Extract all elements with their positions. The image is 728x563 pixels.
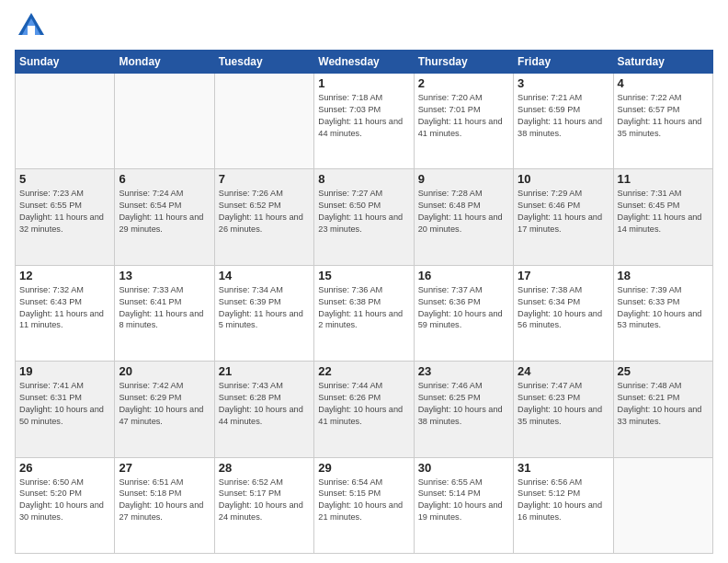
day-info: Sunrise: 7:48 AM Sunset: 6:21 PM Dayligh… xyxy=(618,380,709,428)
calendar-cell: 24Sunrise: 7:47 AM Sunset: 6:23 PM Dayli… xyxy=(514,362,613,457)
day-info: Sunrise: 6:54 AM Sunset: 5:15 PM Dayligh… xyxy=(318,477,409,524)
calendar-cell: 14Sunrise: 7:34 AM Sunset: 6:39 PM Dayli… xyxy=(214,265,313,361)
day-number: 24 xyxy=(518,364,609,378)
calendar-cell: 7Sunrise: 7:26 AM Sunset: 6:52 PM Daylig… xyxy=(214,169,313,265)
calendar-cell: 9Sunrise: 7:28 AM Sunset: 6:48 PM Daylig… xyxy=(414,169,513,265)
day-info: Sunrise: 7:22 AM Sunset: 6:57 PM Dayligh… xyxy=(618,92,709,140)
logo-icon xyxy=(15,9,48,42)
day-info: Sunrise: 7:47 AM Sunset: 6:23 PM Dayligh… xyxy=(518,380,609,428)
calendar-cell: 13Sunrise: 7:33 AM Sunset: 6:41 PM Dayli… xyxy=(115,265,214,361)
page: SundayMondayTuesdayWednesdayThursdayFrid… xyxy=(0,0,728,563)
day-number: 11 xyxy=(618,172,709,186)
day-number: 3 xyxy=(518,76,609,90)
calendar-cell: 2Sunrise: 7:20 AM Sunset: 7:01 PM Daylig… xyxy=(414,74,513,169)
calendar-cell: 3Sunrise: 7:21 AM Sunset: 6:59 PM Daylig… xyxy=(514,74,613,169)
logo xyxy=(15,9,48,42)
day-number: 18 xyxy=(618,269,709,282)
calendar-cell: 29Sunrise: 6:54 AM Sunset: 5:15 PM Dayli… xyxy=(314,457,414,553)
day-number: 19 xyxy=(19,364,110,378)
day-info: Sunrise: 7:26 AM Sunset: 6:52 PM Dayligh… xyxy=(219,188,310,236)
day-number: 10 xyxy=(518,172,609,186)
calendar-cell: 6Sunrise: 7:24 AM Sunset: 6:54 PM Daylig… xyxy=(115,169,214,265)
day-info: Sunrise: 7:34 AM Sunset: 6:39 PM Dayligh… xyxy=(219,284,310,332)
day-info: Sunrise: 6:51 AM Sunset: 5:18 PM Dayligh… xyxy=(119,477,210,524)
calendar-header-row: SundayMondayTuesdayWednesdayThursdayFrid… xyxy=(16,51,713,74)
day-number: 5 xyxy=(19,172,110,186)
calendar-header-sunday: Sunday xyxy=(16,51,115,74)
calendar-cell: 15Sunrise: 7:36 AM Sunset: 6:38 PM Dayli… xyxy=(314,265,414,361)
day-info: Sunrise: 7:38 AM Sunset: 6:34 PM Dayligh… xyxy=(518,284,609,332)
day-info: Sunrise: 7:23 AM Sunset: 6:55 PM Dayligh… xyxy=(19,188,110,236)
day-number: 2 xyxy=(418,76,509,90)
header xyxy=(15,9,713,42)
calendar-header-thursday: Thursday xyxy=(414,51,513,74)
calendar-week-row: 1Sunrise: 7:18 AM Sunset: 7:03 PM Daylig… xyxy=(16,74,713,169)
day-info: Sunrise: 7:36 AM Sunset: 6:38 PM Dayligh… xyxy=(318,284,409,332)
day-info: Sunrise: 6:56 AM Sunset: 5:12 PM Dayligh… xyxy=(518,477,609,524)
calendar-cell: 22Sunrise: 7:44 AM Sunset: 6:26 PM Dayli… xyxy=(314,362,414,457)
day-info: Sunrise: 7:28 AM Sunset: 6:48 PM Dayligh… xyxy=(418,188,509,236)
calendar-cell xyxy=(613,457,712,553)
calendar-cell xyxy=(115,74,214,169)
day-info: Sunrise: 7:32 AM Sunset: 6:43 PM Dayligh… xyxy=(19,284,110,332)
day-number: 27 xyxy=(119,461,210,475)
calendar-cell: 10Sunrise: 7:29 AM Sunset: 6:46 PM Dayli… xyxy=(514,169,613,265)
day-info: Sunrise: 6:55 AM Sunset: 5:14 PM Dayligh… xyxy=(418,477,509,524)
day-number: 13 xyxy=(119,269,210,282)
calendar-cell: 31Sunrise: 6:56 AM Sunset: 5:12 PM Dayli… xyxy=(514,457,613,553)
day-info: Sunrise: 6:50 AM Sunset: 5:20 PM Dayligh… xyxy=(19,477,110,524)
calendar-cell: 17Sunrise: 7:38 AM Sunset: 6:34 PM Dayli… xyxy=(514,265,613,361)
calendar-week-row: 5Sunrise: 7:23 AM Sunset: 6:55 PM Daylig… xyxy=(16,169,713,265)
calendar-cell: 30Sunrise: 6:55 AM Sunset: 5:14 PM Dayli… xyxy=(414,457,513,553)
calendar-cell: 21Sunrise: 7:43 AM Sunset: 6:28 PM Dayli… xyxy=(214,362,313,457)
day-info: Sunrise: 7:41 AM Sunset: 6:31 PM Dayligh… xyxy=(19,380,110,428)
day-number: 17 xyxy=(518,269,609,282)
calendar-cell: 5Sunrise: 7:23 AM Sunset: 6:55 PM Daylig… xyxy=(16,169,115,265)
day-number: 20 xyxy=(119,364,210,378)
day-info: Sunrise: 6:52 AM Sunset: 5:17 PM Dayligh… xyxy=(219,477,310,524)
day-number: 30 xyxy=(418,461,509,475)
day-info: Sunrise: 7:46 AM Sunset: 6:25 PM Dayligh… xyxy=(418,380,509,428)
day-number: 26 xyxy=(19,461,110,475)
day-number: 21 xyxy=(219,364,310,378)
calendar-cell: 12Sunrise: 7:32 AM Sunset: 6:43 PM Dayli… xyxy=(16,265,115,361)
calendar-cell: 1Sunrise: 7:18 AM Sunset: 7:03 PM Daylig… xyxy=(314,74,414,169)
day-info: Sunrise: 7:42 AM Sunset: 6:29 PM Dayligh… xyxy=(119,380,210,428)
calendar-cell: 18Sunrise: 7:39 AM Sunset: 6:33 PM Dayli… xyxy=(613,265,712,361)
day-info: Sunrise: 7:18 AM Sunset: 7:03 PM Dayligh… xyxy=(318,92,409,140)
calendar-week-row: 26Sunrise: 6:50 AM Sunset: 5:20 PM Dayli… xyxy=(16,457,713,553)
day-info: Sunrise: 7:43 AM Sunset: 6:28 PM Dayligh… xyxy=(219,380,310,428)
calendar-cell: 26Sunrise: 6:50 AM Sunset: 5:20 PM Dayli… xyxy=(16,457,115,553)
day-number: 1 xyxy=(318,76,409,90)
calendar-header-tuesday: Tuesday xyxy=(214,51,313,74)
calendar-header-monday: Monday xyxy=(115,51,214,74)
calendar-table: SundayMondayTuesdayWednesdayThursdayFrid… xyxy=(15,50,713,554)
day-info: Sunrise: 7:37 AM Sunset: 6:36 PM Dayligh… xyxy=(418,284,509,332)
calendar-cell: 25Sunrise: 7:48 AM Sunset: 6:21 PM Dayli… xyxy=(613,362,712,457)
calendar-cell: 27Sunrise: 6:51 AM Sunset: 5:18 PM Dayli… xyxy=(115,457,214,553)
calendar-week-row: 19Sunrise: 7:41 AM Sunset: 6:31 PM Dayli… xyxy=(16,362,713,457)
calendar-cell: 16Sunrise: 7:37 AM Sunset: 6:36 PM Dayli… xyxy=(414,265,513,361)
day-info: Sunrise: 7:21 AM Sunset: 6:59 PM Dayligh… xyxy=(518,92,609,140)
calendar-cell: 23Sunrise: 7:46 AM Sunset: 6:25 PM Dayli… xyxy=(414,362,513,457)
calendar-week-row: 12Sunrise: 7:32 AM Sunset: 6:43 PM Dayli… xyxy=(16,265,713,361)
calendar-cell: 20Sunrise: 7:42 AM Sunset: 6:29 PM Dayli… xyxy=(115,362,214,457)
day-number: 8 xyxy=(318,172,409,186)
day-number: 16 xyxy=(418,269,509,282)
day-number: 9 xyxy=(418,172,509,186)
day-number: 23 xyxy=(418,364,509,378)
day-info: Sunrise: 7:27 AM Sunset: 6:50 PM Dayligh… xyxy=(318,188,409,236)
calendar-cell: 8Sunrise: 7:27 AM Sunset: 6:50 PM Daylig… xyxy=(314,169,414,265)
day-number: 25 xyxy=(618,364,709,378)
day-info: Sunrise: 7:44 AM Sunset: 6:26 PM Dayligh… xyxy=(318,380,409,428)
day-info: Sunrise: 7:20 AM Sunset: 7:01 PM Dayligh… xyxy=(418,92,509,140)
calendar-header-wednesday: Wednesday xyxy=(314,51,414,74)
day-info: Sunrise: 7:39 AM Sunset: 6:33 PM Dayligh… xyxy=(618,284,709,332)
calendar-cell: 28Sunrise: 6:52 AM Sunset: 5:17 PM Dayli… xyxy=(214,457,313,553)
day-number: 29 xyxy=(318,461,409,475)
calendar-cell: 4Sunrise: 7:22 AM Sunset: 6:57 PM Daylig… xyxy=(613,74,712,169)
day-number: 31 xyxy=(518,461,609,475)
calendar-cell: 11Sunrise: 7:31 AM Sunset: 6:45 PM Dayli… xyxy=(613,169,712,265)
day-number: 4 xyxy=(618,76,709,90)
day-number: 22 xyxy=(318,364,409,378)
